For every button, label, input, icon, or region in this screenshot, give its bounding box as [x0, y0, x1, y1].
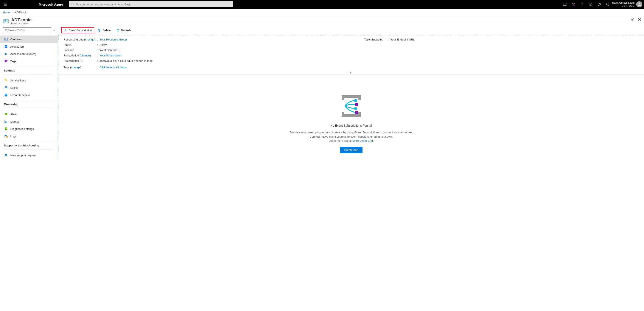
empty-state: No Event Subscriptions Found! Enable eve… [58, 75, 644, 160]
svg-rect-23 [6, 121, 6, 122]
svg-rect-22 [5, 122, 6, 122]
svg-rect-32 [358, 112, 361, 117]
subscription-change-link[interactable]: change [81, 54, 90, 57]
azure-event-grid-link[interactable]: Azure Event Grid [352, 139, 373, 142]
resource-group-value[interactable]: Your-Resource-Group [100, 38, 127, 41]
essentials-panel: Resource group (change) : Your-Resource-… [58, 35, 644, 71]
person-icon [637, 2, 642, 6]
sidebar-item-activity-log[interactable]: Activity log [0, 43, 58, 50]
cloud-shell-button[interactable] [560, 0, 569, 8]
page-title: ADT-topic [11, 18, 32, 22]
subscription-id-label: Subscription ID [64, 58, 97, 64]
create-one-button[interactable]: Create one [340, 147, 362, 153]
cloud-shell-icon [563, 2, 566, 6]
filter-icon [572, 2, 575, 6]
essentials-collapse-button[interactable] [58, 71, 644, 75]
svg-point-3 [574, 5, 575, 6]
subscription-id-value: aaaa0a0a-bb1b-cc2c-dd3d-eeeeee4e4e4e [100, 58, 153, 64]
close-button[interactable] [638, 18, 641, 21]
topic-endpoint-label: Topic Endpoint [364, 37, 388, 42]
close-icon [638, 18, 641, 21]
resource-header: ADT-topic Event Grid Topic [0, 16, 644, 26]
sidebar-item-tags[interactable]: Tags [0, 58, 58, 65]
refresh-label: Refresh [121, 29, 131, 32]
brand-label: Microsoft Azure [39, 2, 63, 6]
event-subscription-label: Event Subscription [68, 29, 92, 32]
event-subscription-button[interactable]: Event Subscription [61, 27, 94, 34]
svg-rect-29 [342, 95, 344, 100]
sidebar-heading-monitoring: Monitoring [0, 101, 58, 107]
sidebar-item-new-support-request[interactable]: New support request [0, 152, 58, 159]
refresh-button[interactable]: Refresh [114, 28, 133, 33]
sidebar-item-label: Export template [10, 94, 30, 97]
user-email: user@contoso.com [612, 1, 634, 4]
sidebar-search-box[interactable] [3, 27, 51, 34]
metrics-icon [4, 120, 8, 123]
delete-label: Delete [102, 29, 111, 32]
feedback-icon [606, 2, 610, 6]
avatar[interactable] [636, 1, 642, 7]
sidebar-item-locks[interactable]: Locks [0, 84, 58, 91]
resource-sidebar: « Overview Activity log Access control (… [0, 26, 58, 311]
help-button[interactable] [595, 0, 604, 8]
feedback-button[interactable] [604, 0, 612, 8]
tags-label: Tags [64, 66, 69, 69]
location-value: West Central US [100, 48, 120, 53]
sidebar-item-label: Locks [10, 86, 18, 90]
svg-rect-2 [563, 3, 566, 6]
user-tenant: CONTOSO [612, 4, 634, 7]
sidebar-item-label: Metrics [10, 120, 20, 123]
svg-point-4 [590, 4, 591, 5]
global-search-input[interactable] [76, 3, 231, 6]
key-icon [4, 78, 8, 82]
subscription-value[interactable]: Your-Subscription [100, 54, 122, 57]
sidebar-search-input[interactable] [8, 29, 49, 32]
export-template-icon [4, 93, 8, 97]
tags-change-link[interactable]: change [71, 66, 80, 69]
pin-icon [631, 18, 634, 21]
delete-button[interactable]: Delete [96, 28, 113, 33]
svg-rect-31 [342, 112, 344, 117]
sidebar-item-access-control[interactable]: Access control (IAM) [0, 50, 58, 58]
sidebar-heading-support: Support + troubleshooting [0, 142, 58, 148]
empty-state-line2: Connect native event sources to event ha… [310, 135, 393, 138]
resource-group-change-link[interactable]: change [85, 38, 94, 41]
support-icon [4, 154, 8, 157]
subscription-label: Subscription [64, 54, 79, 57]
user-info[interactable]: user@contoso.com CONTOSO [612, 1, 634, 7]
svg-point-6 [606, 3, 609, 6]
global-search-box[interactable] [69, 1, 233, 7]
pin-button[interactable] [631, 18, 634, 21]
sidebar-item-access-keys[interactable]: Access keys [0, 77, 58, 84]
status-label: Status [64, 42, 97, 48]
refresh-icon [116, 29, 120, 32]
sidebar-collapse-button[interactable]: « [54, 29, 55, 32]
svg-point-26 [5, 135, 6, 136]
svg-point-16 [6, 53, 7, 54]
svg-rect-30 [358, 95, 361, 100]
sidebar-item-diagnostic-settings[interactable]: Diagnostic settings [0, 125, 58, 132]
svg-point-9 [638, 3, 640, 4]
main-content: Event Subscription Delete Refresh Resour… [58, 26, 644, 311]
svg-point-35 [354, 107, 357, 110]
settings-button[interactable] [586, 0, 595, 8]
sidebar-item-label: New support request [10, 154, 36, 157]
tags-add-link[interactable]: Click here to add tags [100, 66, 127, 69]
notifications-button[interactable] [578, 0, 586, 8]
sidebar-item-metrics[interactable]: Metrics [0, 118, 58, 125]
breadcrumb-home[interactable]: Home [3, 11, 10, 14]
help-icon [598, 2, 601, 6]
hamburger-menu-button[interactable] [2, 1, 8, 8]
sidebar-item-overview[interactable]: Overview [0, 36, 58, 43]
svg-rect-19 [5, 88, 7, 89]
svg-rect-24 [7, 122, 7, 122]
overview-icon [4, 38, 8, 41]
svg-line-1 [73, 5, 74, 6]
sidebar-item-export-template[interactable]: Export template [0, 91, 58, 99]
sidebar-item-logs[interactable]: Logs [0, 132, 58, 140]
search-icon [71, 3, 74, 6]
sidebar-item-alerts[interactable]: Alerts [0, 110, 58, 118]
directory-filter-button[interactable] [569, 0, 578, 8]
svg-point-34 [355, 103, 358, 106]
logs-icon [4, 134, 8, 138]
